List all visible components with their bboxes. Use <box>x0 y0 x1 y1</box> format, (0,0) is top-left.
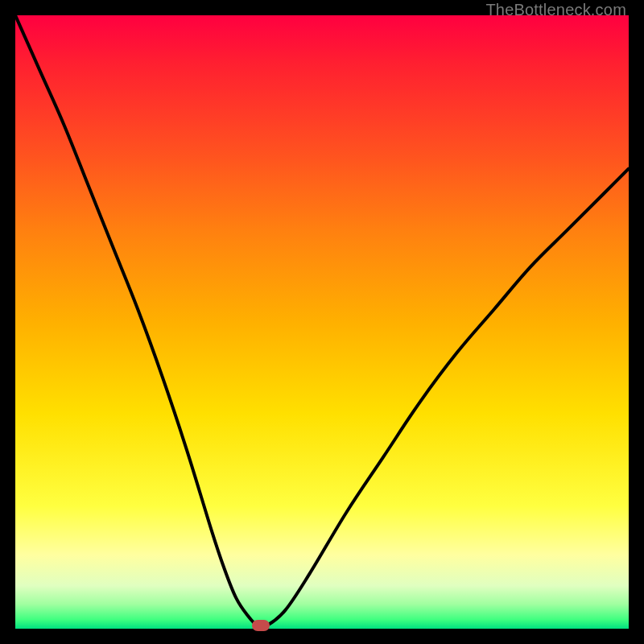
plot-area <box>15 15 629 629</box>
minimum-marker <box>252 620 270 631</box>
curve-path <box>15 15 629 627</box>
bottleneck-curve <box>15 15 629 629</box>
chart-frame: TheBottleneck.com <box>0 0 644 644</box>
watermark-text: TheBottleneck.com <box>485 1 626 19</box>
